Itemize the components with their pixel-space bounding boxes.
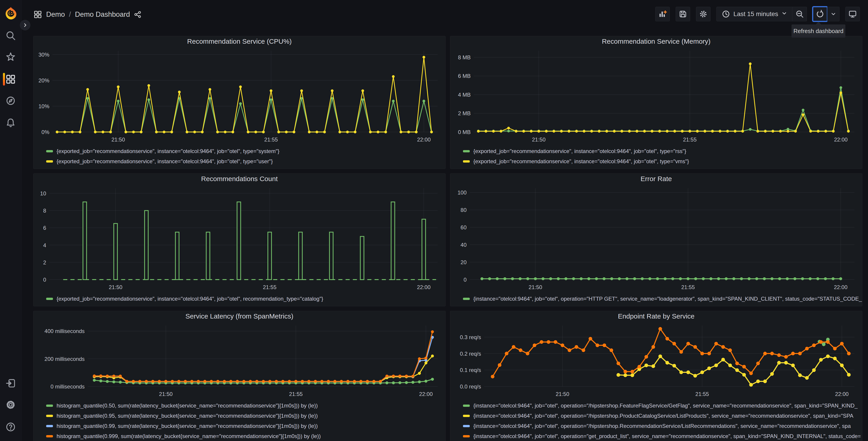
refresh-interval-dropdown[interactable] xyxy=(827,7,839,21)
legend-label[interactable]: {exported_job="recommendationservice", i… xyxy=(57,158,273,165)
legend-swatch xyxy=(463,415,470,417)
legend-swatch xyxy=(46,150,53,152)
sidebar xyxy=(0,0,22,441)
svg-text:8 MB: 8 MB xyxy=(458,54,471,60)
legend-swatch xyxy=(463,405,470,407)
add-panel-button[interactable] xyxy=(655,7,670,21)
sidebar-expand-button[interactable] xyxy=(20,20,30,30)
svg-text:2: 2 xyxy=(43,259,46,266)
legend-label[interactable]: {exported_job="recommendationservice", i… xyxy=(473,158,689,165)
zoom-out-time-button[interactable] xyxy=(793,7,807,21)
gear-icon xyxy=(699,10,708,18)
legend-swatch xyxy=(463,160,470,163)
sidebar-item-search[interactable] xyxy=(0,27,21,44)
legend-label[interactable]: {exported_job="recommendationservice", i… xyxy=(57,148,279,154)
grafana-logo[interactable] xyxy=(4,6,18,20)
breadcrumb-dashboard[interactable]: Demo Dashboard xyxy=(75,10,130,19)
svg-text:40: 40 xyxy=(461,242,467,248)
svg-text:100: 100 xyxy=(458,189,467,196)
cpu-chart[interactable]: 21:5021:5522:000%10%20%30% xyxy=(33,47,445,145)
grafana-dashboard: Demo / Demo Dashboard xyxy=(0,0,868,441)
latency-chart[interactable]: 21:5021:5522:000 milliseconds200 millise… xyxy=(33,321,445,400)
sidebar-item-explore[interactable] xyxy=(0,93,21,109)
sidebar-item-help[interactable] xyxy=(0,419,21,435)
chevron-down-icon xyxy=(781,10,787,18)
cycle-view-mode-button[interactable] xyxy=(845,7,860,21)
panel-title[interactable]: Error Rate xyxy=(450,174,862,184)
time-range-group: Last 15 minutes xyxy=(716,7,807,21)
legend-label[interactable]: histogram_quantile(0.999, sum(rate(laten… xyxy=(57,433,321,439)
panel-title[interactable]: Recommendation Service (Memory) xyxy=(450,36,862,47)
refresh-group xyxy=(813,7,839,21)
panel-title[interactable]: Recommendation Service (CPU%) xyxy=(33,36,445,47)
svg-text:10%: 10% xyxy=(38,103,49,109)
svg-text:22:00: 22:00 xyxy=(834,137,848,143)
breadcrumb-separator: / xyxy=(69,10,71,19)
panel-error-rate: Error Rate 21:5021:5522:00020406080100 {… xyxy=(450,173,862,306)
svg-text:22:00: 22:00 xyxy=(419,391,433,397)
svg-text:22:00: 22:00 xyxy=(417,137,431,143)
legend-label[interactable]: {instance="otelcol:9464", job="otel", op… xyxy=(473,423,851,429)
sidebar-item-configuration[interactable] xyxy=(0,396,21,413)
add-panel-icon xyxy=(658,10,667,18)
refresh-icon xyxy=(816,10,824,18)
legend-label[interactable]: {instance="otelcol:9464", job="otel", op… xyxy=(473,403,858,409)
dashboard-toolbar: Last 15 minutes xyxy=(655,7,860,21)
legend-label[interactable]: {instance="otelcol:9464", job="otel", op… xyxy=(473,433,861,439)
error-rate-chart[interactable]: 21:5021:5522:00020406080100 xyxy=(450,184,862,293)
search-icon xyxy=(5,30,16,41)
legend-label[interactable]: histogram_quantile(0.50, sum(rate(latenc… xyxy=(57,403,318,409)
time-range-picker[interactable]: Last 15 minutes xyxy=(716,7,793,21)
legend: {exported_job="recommendationservice", i… xyxy=(450,145,862,169)
legend-swatch xyxy=(463,435,470,437)
legend-swatch xyxy=(463,150,470,152)
sidebar-item-alerting[interactable] xyxy=(0,115,21,131)
monitor-icon xyxy=(848,10,857,18)
legend-row: histogram_quantile(0.50, sum(rate(latenc… xyxy=(46,401,445,411)
svg-text:80: 80 xyxy=(461,207,467,213)
sidebar-item-sign-in[interactable] xyxy=(0,375,21,391)
legend-label[interactable]: {instance="otelcol:9464", job="otel", op… xyxy=(473,296,862,302)
save-dashboard-button[interactable] xyxy=(676,7,690,21)
star-icon xyxy=(5,52,16,62)
sidebar-item-starred[interactable] xyxy=(0,49,21,65)
svg-text:6: 6 xyxy=(43,225,46,231)
svg-text:30%: 30% xyxy=(38,52,49,58)
panel-service-latency: Service Latency (from SpanMetrics) 21:50… xyxy=(33,311,445,441)
legend-row: {instance="otelcol:9464", job="otel", op… xyxy=(463,401,862,411)
refresh-tooltip: Refresh dashboard xyxy=(792,25,845,37)
dashboards-grid-icon xyxy=(5,74,16,84)
legend-row: {exported_job="recommendationservice", i… xyxy=(46,294,445,304)
panel-title[interactable]: Endpoint Rate by Service xyxy=(450,311,862,321)
legend-label[interactable]: {instance="otelcol:9464", job="otel", op… xyxy=(473,413,853,419)
svg-text:0.1 req/s: 0.1 req/s xyxy=(460,367,481,373)
panel-title[interactable]: Service Latency (from SpanMetrics) xyxy=(33,311,445,321)
legend-label[interactable]: histogram_quantile(0.95, sum(rate(latenc… xyxy=(57,413,318,419)
recommendations-count-chart[interactable]: 21:5021:5522:000246810 xyxy=(33,184,445,293)
refresh-dashboard-button[interactable] xyxy=(813,7,827,21)
legend-row: {exported_job="recommendationservice", i… xyxy=(463,146,862,156)
svg-text:22:00: 22:00 xyxy=(834,284,847,290)
legend-row: histogram_quantile(0.999, sum(rate(laten… xyxy=(46,431,445,441)
share-dashboard-button[interactable] xyxy=(134,11,142,18)
svg-text:200 milliseconds: 200 milliseconds xyxy=(44,356,85,362)
breadcrumb-folder[interactable]: Demo xyxy=(46,10,65,19)
legend-label[interactable]: {exported_job="recommendationservice", i… xyxy=(473,148,686,154)
legend-swatch xyxy=(463,298,470,300)
tooltip-arrow xyxy=(815,22,822,25)
dashboard-settings-button[interactable] xyxy=(696,7,711,21)
svg-text:21:50: 21:50 xyxy=(532,137,546,143)
svg-text:21:50: 21:50 xyxy=(556,391,569,397)
legend-label[interactable]: histogram_quantile(0.99, sum(rate(latenc… xyxy=(57,423,318,429)
legend-swatch xyxy=(46,298,53,300)
legend-label[interactable]: {exported_job="recommendationservice", i… xyxy=(57,296,323,302)
legend: {instance="otelcol:9464", job="otel", op… xyxy=(450,400,862,441)
panel-title[interactable]: Recommendations Count xyxy=(33,174,445,184)
sidebar-item-dashboards[interactable] xyxy=(0,71,21,87)
svg-text:21:50: 21:50 xyxy=(111,137,125,143)
memory-chart[interactable]: 21:5021:5522:000 MB2 MB4 MB6 MB8 MB xyxy=(450,47,862,145)
endpoint-rate-chart[interactable]: 21:5021:5522:000.0 req/s0.1 req/s0.2 req… xyxy=(450,321,862,400)
legend-swatch xyxy=(46,160,53,163)
gear-icon xyxy=(5,400,16,410)
apps-icon xyxy=(33,10,42,19)
